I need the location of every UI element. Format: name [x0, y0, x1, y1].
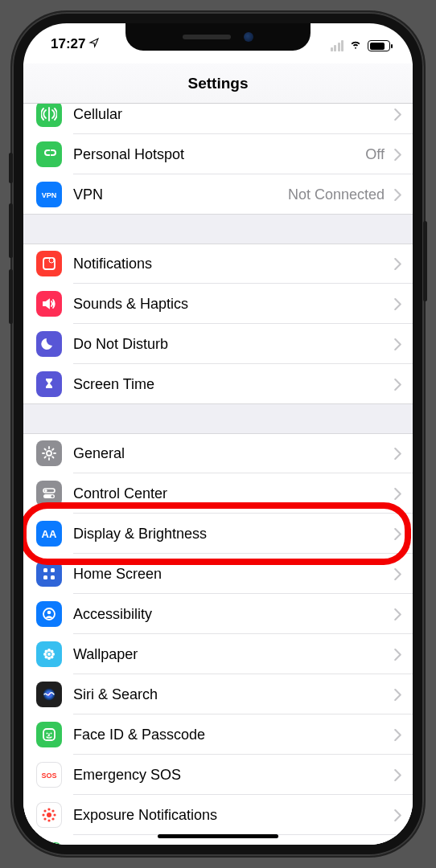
volume-up-button [9, 203, 13, 258]
chevron-right-icon [394, 379, 401, 391]
row-label: Notifications [73, 256, 388, 272]
chevron-right-icon [394, 189, 401, 201]
battery-icon [368, 40, 390, 51]
settings-row-screentime[interactable]: Screen Time [23, 364, 413, 404]
row-label: Siri & Search [73, 686, 388, 703]
chevron-right-icon [394, 298, 401, 310]
chevron-right-icon [394, 338, 401, 350]
home-indicator[interactable] [158, 834, 278, 838]
settings-group: NotificationsSounds & HapticsDo Not Dist… [23, 244, 413, 404]
chevron-right-icon [394, 568, 401, 580]
settings-row-notifications[interactable]: Notifications [23, 244, 413, 284]
exposure-icon [36, 802, 62, 828]
row-label: Sounds & Haptics [73, 296, 388, 313]
page-title: Settings [188, 75, 249, 92]
link-icon [36, 141, 62, 167]
side-button [423, 221, 427, 301]
vpn-icon [36, 182, 62, 207]
row-label: Display & Brightness [73, 526, 388, 542]
row-label: Do Not Disturb [73, 336, 388, 353]
settings-row-cellular[interactable]: Cellular [23, 104, 413, 134]
person-icon [36, 601, 62, 627]
row-label: General [73, 445, 388, 462]
settings-row-display[interactable]: Display & Brightness [23, 514, 413, 554]
settings-group: CellularPersonal HotspotOffVPNNot Connec… [23, 104, 413, 215]
chevron-right-icon [394, 649, 401, 661]
wifi-icon [348, 38, 363, 54]
settings-row-faceid[interactable]: Face ID & Passcode [23, 714, 413, 755]
hourglass-icon [36, 371, 62, 397]
chevron-right-icon [394, 149, 401, 161]
row-label: Personal Hotspot [73, 146, 365, 163]
chevron-right-icon [394, 258, 401, 270]
settings-row-general[interactable]: General [23, 433, 413, 473]
settings-row-exposure[interactable]: Exposure Notifications [23, 795, 413, 835]
mute-switch [9, 153, 13, 183]
row-detail: Off [365, 146, 385, 163]
notch [125, 23, 311, 51]
settings-row-vpn[interactable]: VPNNot Connected [23, 174, 413, 215]
sos-icon [36, 762, 62, 788]
face-icon [36, 722, 62, 747]
row-label: Screen Time [73, 376, 388, 393]
switches-icon [36, 481, 62, 506]
chevron-right-icon [394, 809, 401, 821]
row-label: Wallpaper [73, 646, 388, 663]
cellular-signal-icon [331, 40, 344, 51]
settings-row-hotspot[interactable]: Personal HotspotOff [23, 134, 413, 174]
row-label: Emergency SOS [73, 767, 388, 784]
settings-row-siri[interactable]: Siri & Search [23, 674, 413, 714]
settings-row-dnd[interactable]: Do Not Disturb [23, 324, 413, 364]
settings-row-sounds[interactable]: Sounds & Haptics [23, 284, 413, 324]
phone-frame: 17:27 Settings CellularPersonal HotspotO… [12, 12, 424, 856]
grid-icon [36, 561, 62, 587]
aa-icon [36, 521, 62, 547]
row-detail: Not Connected [288, 186, 385, 203]
settings-row-homescreen[interactable]: Home Screen [23, 554, 413, 594]
antenna-icon [36, 104, 62, 127]
settings-row-sos[interactable]: Emergency SOS [23, 755, 413, 795]
status-time: 17:27 [51, 36, 85, 52]
chevron-right-icon [394, 108, 401, 121]
row-label: Accessibility [73, 606, 388, 623]
siri-icon [36, 682, 62, 707]
chevron-right-icon [394, 689, 401, 701]
settings-content[interactable]: CellularPersonal HotspotOffVPNNot Connec… [23, 104, 413, 845]
row-label: Exposure Notifications [73, 807, 388, 824]
screen: 17:27 Settings CellularPersonal HotspotO… [23, 23, 413, 845]
settings-row-accessibility[interactable]: Accessibility [23, 594, 413, 634]
moon-icon [36, 331, 62, 357]
settings-row-wallpaper[interactable]: Wallpaper [23, 634, 413, 674]
settings-group: GeneralControl CenterDisplay & Brightnes… [23, 433, 413, 845]
chevron-right-icon [394, 448, 401, 460]
location-arrow-icon [88, 36, 100, 52]
chevron-right-icon [394, 729, 401, 741]
settings-row-controlcenter[interactable]: Control Center [23, 473, 413, 514]
gear-icon [36, 440, 62, 466]
battery-icon [36, 842, 62, 845]
flower-icon [36, 641, 62, 667]
nav-bar: Settings [23, 63, 413, 104]
row-label: VPN [73, 186, 288, 203]
chevron-right-icon [394, 769, 401, 781]
speaker-icon [36, 291, 62, 317]
row-label: Cellular [73, 106, 388, 123]
chevron-right-icon [394, 608, 401, 620]
bell-icon [36, 251, 62, 276]
row-label: Home Screen [73, 566, 388, 583]
row-label: Face ID & Passcode [73, 727, 388, 743]
row-label: Control Center [73, 485, 388, 502]
chevron-right-icon [394, 488, 401, 500]
chevron-right-icon [394, 528, 401, 540]
volume-down-button [9, 269, 13, 324]
